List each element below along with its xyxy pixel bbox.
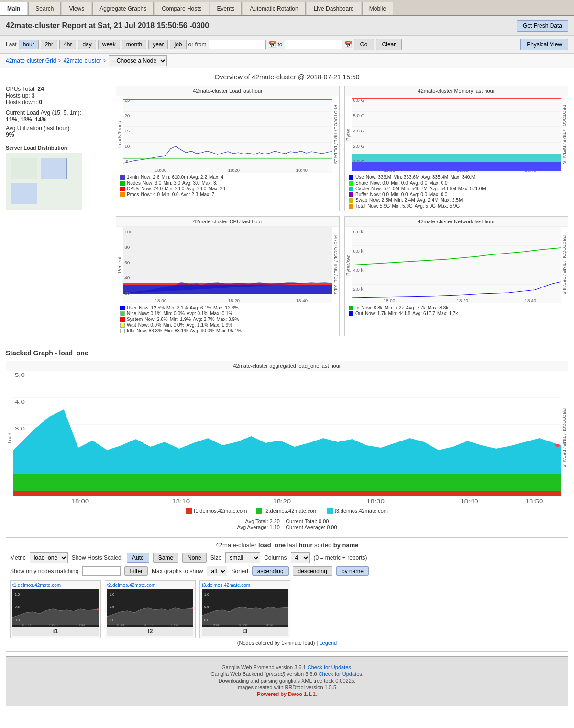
ascending-button[interactable]: ascending [252, 566, 289, 576]
tab-search[interactable]: Search [28, 2, 61, 15]
nodes-note: (Nodes colored by 1-minute load) | Legen… [10, 638, 564, 648]
legend-avg-total: Avg: 5.9G [415, 203, 436, 209]
tab-mobile[interactable]: Mobile [362, 2, 393, 15]
tab-compare-hosts[interactable]: Compare Hosts [155, 2, 209, 15]
legend-min-cache: Min: 540.7M [401, 186, 428, 191]
network-chart-right-label[interactable]: PROTOCOL / TIME / DETAILS [561, 227, 568, 303]
host-t1-full-name[interactable]: t1.deimos.42mate.com [12, 583, 99, 588]
breadcrumb-sep1: > [58, 57, 61, 64]
breadcrumb: 42mate-cluster Grid > 42mate-cluster > -… [0, 54, 574, 68]
svg-text:1.0: 1.0 [110, 592, 115, 596]
scale-auto-button[interactable]: Auto [127, 553, 149, 563]
physical-view-button[interactable]: Physical View [520, 39, 568, 50]
legend-label-nodes: Nodes [127, 180, 141, 186]
legend-max-in: Max: 8.8k [428, 305, 448, 310]
legend-max-nice: Max: 0.1% [210, 311, 232, 316]
legend-min-in: Min: 7.2k [385, 305, 404, 310]
time-year-button[interactable]: year [148, 40, 168, 49]
legend-min-wait: Min: 0.0% [163, 322, 184, 328]
footer-frontend-check-link[interactable]: Check for Updates. [308, 664, 353, 670]
host-t2-full-name[interactable]: t2.deimos.42mate.com [107, 583, 193, 588]
footer-frontend-text: Ganglia Web Frontend version 3.6.1 [221, 664, 306, 670]
columns-select[interactable]: 4 [291, 552, 310, 563]
calendar-to-icon[interactable]: 📅 [344, 41, 352, 48]
memory-chart-right-label[interactable]: PROTOCOL / TIME / DETAILS [561, 96, 568, 173]
footer-backend-check-link[interactable]: Check for Updates. [319, 671, 364, 677]
descending-button[interactable]: descending [293, 566, 332, 576]
load-chart-right-label[interactable]: PROTOCOL / TIME / DETAILS [332, 96, 339, 173]
filter-button[interactable]: Filter [124, 566, 148, 576]
scale-same-button[interactable]: Same [153, 553, 178, 563]
util-label: Avg Utilization (last hour): [6, 125, 111, 132]
stacked-right-label[interactable]: PROTOCOL / TIME / DETAILS [561, 371, 568, 505]
fresh-data-button[interactable]: Get Fresh Data [517, 20, 568, 32]
breadcrumb-cluster-link[interactable]: 42mate-cluster Grid [6, 57, 56, 64]
stacked-stats: Avg Total: 2.20 Current Total: 0.00 Avg … [6, 517, 568, 532]
stacked-section: Stacked Graph - load_one 42mate-cluster … [6, 344, 568, 532]
clear-button[interactable]: Clear [376, 39, 402, 50]
breadcrumb-node-link[interactable]: 42mate-cluster [63, 57, 101, 64]
go-button[interactable]: Go [354, 39, 374, 50]
time-job-button[interactable]: job [170, 40, 186, 49]
tab-events[interactable]: Events [210, 2, 242, 15]
time-2hr-button[interactable]: 2hr [41, 40, 57, 49]
svg-text:18:20: 18:20 [273, 499, 291, 505]
metric-controls-row1: Metric load_one Show Hosts Scaled: Auto … [10, 552, 564, 563]
cpu-chart-legend: User Now: 12.5% Min: 2.1% Avg: 6.1% Max:… [116, 303, 339, 336]
svg-text:18:40: 18:40 [296, 298, 308, 303]
metric-select[interactable]: load_one [30, 552, 68, 563]
tab-main[interactable]: Main [0, 2, 27, 15]
tab-bar: Main Search Views Aggregate Graphs Compa… [0, 0, 574, 16]
legend-link[interactable]: Legend [319, 640, 337, 646]
network-chart: 42mate-cluster Network last hour Bytes/s… [344, 216, 568, 336]
sorted-label: Sorted [231, 568, 248, 574]
footer-powered: Powered by Dwoo 1.1.1. [13, 691, 561, 697]
legend-row-cpus: CPUs Now: 24.0 Min: 24.0 Avg: 24.0 Max: … [120, 186, 335, 191]
tab-views[interactable]: Views [62, 2, 91, 15]
cpu-chart-svg: 100 80 60 40 20 18:00 18:20 18:40 [123, 227, 332, 303]
time-week-button[interactable]: week [98, 40, 120, 49]
svg-text:0.5: 0.5 [15, 605, 20, 609]
legend-label-total: Total [355, 203, 365, 209]
to-date-input[interactable] [285, 40, 342, 49]
node-selector[interactable]: --Choose a Node [109, 55, 167, 66]
time-day-button[interactable]: day [78, 40, 96, 49]
tab-aggregate-graphs[interactable]: Aggregate Graphs [92, 2, 154, 15]
scale-none-button[interactable]: None [182, 553, 207, 563]
legend-avg-cpus: Avg: 24.0 [186, 186, 206, 191]
legend-max-total: Max: 5.9G [438, 203, 460, 209]
stacked-chart-wrapper: Load 5.0 4.0 3.0 2.0 1.0 [6, 371, 568, 505]
cpu-chart-right-label[interactable]: PROTOCOL / TIME / DETAILS [332, 227, 339, 303]
cpu-chart-wrapper: Percent [116, 227, 339, 303]
size-select[interactable]: small medium large [225, 552, 260, 563]
by-name-button[interactable]: by name [336, 566, 369, 576]
load-chart-area: 18:00 18:20 18:40 25 20 15 10 5 [123, 96, 332, 173]
time-bar: Last hour 2hr 4hr day week month year jo… [0, 36, 574, 54]
legend-color-out [349, 311, 353, 316]
metric-title-time: hour [299, 541, 313, 549]
host-t3-full-name[interactable]: t3.deimos.42mate.com [202, 583, 288, 588]
time-hour-button[interactable]: hour [19, 40, 39, 49]
svg-text:4.0 k: 4.0 k [353, 267, 364, 273]
stacked-legend-t2: t2.deimos.42mate.com [256, 508, 317, 514]
calendar-from-icon[interactable]: 📅 [268, 41, 276, 48]
time-month-button[interactable]: month [122, 40, 146, 49]
legend-label-t2: t2.deimos.42mate.com [264, 508, 317, 514]
legend-max-swap: Max: 2.5M [441, 198, 463, 203]
legend-label-system: System [127, 317, 143, 322]
host-t2-svg: 1.0 0.5 0.0 18:00 18:20 18:40 [107, 589, 193, 627]
tab-automatic-rotation[interactable]: Automatic Rotation [243, 2, 305, 15]
legend-color-in [349, 306, 353, 310]
svg-text:5.0 G: 5.0 G [353, 113, 364, 118]
nodes-filter-input[interactable] [82, 566, 121, 576]
network-chart-area: 8.0 k 6.0 k 4.0 k 2.0 k 18:00 18:20 18:4… [352, 227, 561, 303]
svg-text:10: 10 [124, 143, 130, 149]
tab-live-dashboard[interactable]: Live Dashboard [307, 2, 361, 15]
legend-color-use [349, 175, 353, 180]
legend-avg-user: Avg: 6.1% [190, 305, 211, 310]
max-graphs-select[interactable]: all [207, 566, 227, 576]
svg-text:8.0 k: 8.0 k [353, 229, 364, 234]
load-chart-wrapper: Loads/Procs [116, 96, 339, 173]
time-4hr-button[interactable]: 4hr [59, 40, 76, 49]
from-date-input[interactable] [209, 40, 266, 49]
